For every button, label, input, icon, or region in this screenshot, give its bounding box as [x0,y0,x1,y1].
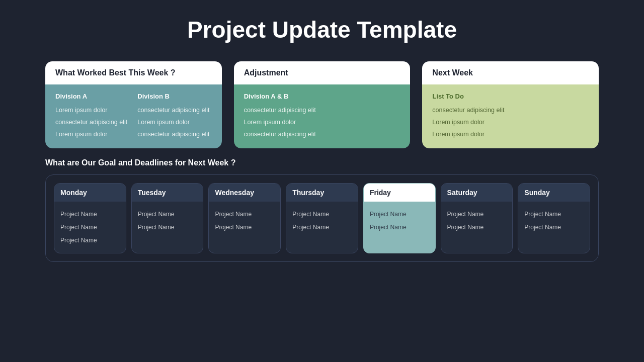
list-item: Lorem ipsum dolor [432,128,589,140]
list-item: Lorem ipsum dolor [432,116,589,128]
card-3-col-a: List To Do consectetur adipiscing elit L… [432,93,589,140]
page-title: Project Update Template [0,16,644,43]
day-project: Project Name [447,208,507,221]
card-1-title: What Worked Best This Week ? [55,68,212,77]
day-name: Monday [60,189,120,197]
list-item: consectetur adipiscing elit [137,104,211,116]
list-item: consectetur adipiscing elit [432,104,589,116]
day-card-tuesday[interactable]: TuesdayProject NameProject Name [131,183,204,253]
card-3-col-a-title: List To Do [432,93,589,100]
day-card-friday[interactable]: FridayProject NameProject Name [363,183,436,253]
goals-title: What are Our Goal and Deadlines for Next… [45,158,599,167]
day-project: Project Name [292,208,352,221]
day-body: Project NameProject Name [518,202,590,240]
day-header-thursday: Thursday [286,184,358,202]
day-project: Project Name [447,221,507,234]
day-project: Project Name [524,208,584,221]
day-name: Friday [370,189,429,197]
day-project: Project Name [60,221,120,234]
card-1-col-b: Division B consectetur adipiscing elit L… [137,93,211,140]
card-1-body: Division A Lorem ipsum dolor consectetur… [45,84,222,148]
list-item: Lorem ipsum dolor [137,116,211,128]
card-3-columns: List To Do consectetur adipiscing elit L… [432,93,589,140]
day-name: Sunday [524,189,584,197]
card-3-body: List To Do consectetur adipiscing elit L… [422,84,599,148]
card-2-col-a: Division A & B consectetur adipiscing el… [244,93,400,140]
day-body: Project NameProject Name [209,202,280,240]
list-item: consectetur adipiscing elit [244,104,400,116]
day-card-monday[interactable]: MondayProject NameProject NameProject Na… [54,183,126,253]
list-item: Lorem ipsum dolor [244,116,400,128]
day-project: Project Name [138,208,197,221]
top-cards-section: What Worked Best This Week ? Division A … [45,61,599,148]
list-item: consectetur adipiscing elit [137,128,211,140]
list-item: consectetur adipiscing elit [244,128,400,140]
card-1-col-b-title: Division B [137,93,211,100]
day-name: Saturday [447,189,507,197]
card-3-title: Next Week [432,68,589,77]
day-header-monday: Monday [54,184,126,202]
day-body: Project NameProject Name [441,202,513,240]
day-card-sunday[interactable]: SundayProject NameProject Name [518,183,590,253]
card-2-body: Division A & B consectetur adipiscing el… [234,84,411,148]
goals-section: What are Our Goal and Deadlines for Next… [45,158,599,262]
day-project: Project Name [60,208,120,221]
day-card-saturday[interactable]: SaturdayProject NameProject Name [441,183,513,253]
day-body: Project NameProject Name [364,202,435,240]
card-what-worked: What Worked Best This Week ? Division A … [45,61,222,148]
card-2-columns: Division A & B consectetur adipiscing el… [244,93,400,140]
day-project: Project Name [370,208,429,221]
list-item: Lorem ipsum dolor [55,104,129,116]
title-regular: Template [351,17,457,43]
card-1-col-a: Division A Lorem ipsum dolor consectetur… [55,93,129,140]
day-header-friday: Friday [364,184,435,202]
header: Project Update Template [0,0,644,53]
day-project: Project Name [138,221,197,234]
day-body: Project NameProject NameProject Name [54,202,126,253]
card-2-header: Adjustment [234,61,411,84]
day-project: Project Name [292,221,352,234]
day-name: Tuesday [138,189,197,197]
card-1-columns: Division A Lorem ipsum dolor consectetur… [55,93,212,140]
day-project: Project Name [60,234,120,247]
day-body: Project NameProject Name [286,202,358,240]
day-project: Project Name [524,221,584,234]
day-project: Project Name [370,221,429,234]
title-bold: Project Update [187,17,351,43]
card-2-title: Adjustment [244,68,400,77]
weekly-grid: MondayProject NameProject NameProject Na… [45,174,599,262]
day-card-thursday[interactable]: ThursdayProject NameProject Name [286,183,358,253]
day-header-wednesday: Wednesday [209,184,280,202]
list-item: Lorem ipsum dolor [55,128,129,140]
day-header-saturday: Saturday [441,184,513,202]
day-name: Wednesday [215,189,274,197]
day-project: Project Name [215,208,274,221]
card-3-header: Next Week [422,61,599,84]
day-header-sunday: Sunday [518,184,590,202]
day-name: Thursday [292,189,352,197]
list-item: consectetur adipiscing elit [55,116,129,128]
day-header-tuesday: Tuesday [132,184,203,202]
day-card-wednesday[interactable]: WednesdayProject NameProject Name [208,183,281,253]
card-1-header: What Worked Best This Week ? [45,61,222,84]
day-body: Project NameProject Name [132,202,203,240]
card-next-week: Next Week List To Do consectetur adipisc… [422,61,599,148]
card-1-col-a-title: Division A [55,93,129,100]
day-project: Project Name [215,221,274,234]
card-adjustment: Adjustment Division A & B consectetur ad… [234,61,411,148]
card-2-col-a-title: Division A & B [244,93,400,100]
